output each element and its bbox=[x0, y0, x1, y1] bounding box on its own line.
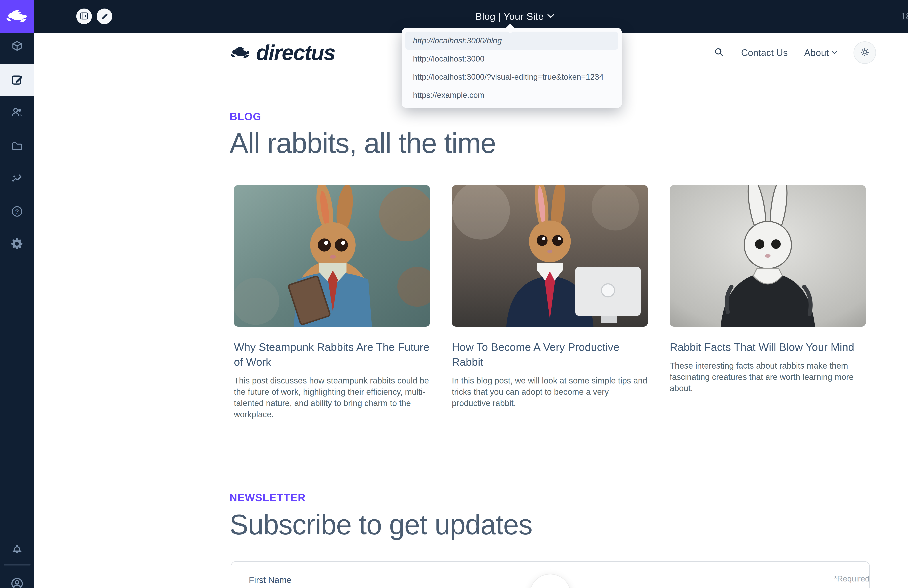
nav-link-contact-us[interactable]: Contact Us bbox=[741, 47, 788, 58]
chevron-down-icon bbox=[547, 13, 555, 19]
url-switcher-menu: http://localhost:3000/blog http://localh… bbox=[402, 28, 622, 108]
site-nav: Contact Us About bbox=[713, 42, 876, 64]
post-title: Why Steampunk Rabbits Are The Future of … bbox=[234, 340, 430, 370]
folder-icon bbox=[11, 140, 23, 153]
theme-toggle-button[interactable] bbox=[853, 42, 876, 64]
module-sidebar: ? bbox=[0, 0, 34, 588]
nav-link-label: About bbox=[804, 47, 829, 58]
edit-icon bbox=[11, 73, 23, 86]
app-root: ? bbox=[0, 0, 908, 588]
site-logo[interactable]: directus bbox=[230, 40, 335, 65]
sidebar-item-visual-editor[interactable] bbox=[0, 64, 34, 96]
sidebar-item-account[interactable] bbox=[0, 568, 34, 588]
newsletter-eyebrow: NEWSLETTER bbox=[230, 492, 306, 504]
editor-topbar: Blog | Your Site 1860 × 1020 100% bbox=[34, 0, 908, 33]
sidebar-divider bbox=[4, 564, 31, 566]
insights-icon bbox=[11, 172, 23, 185]
blog-post-card[interactable]: Rabbit Facts That Will Blow Your Mind Th… bbox=[670, 185, 866, 420]
post-description: This post discusses how steampunk rabbit… bbox=[234, 375, 430, 420]
mountains-icon bbox=[539, 584, 561, 588]
post-description: These interesting facts about rabbits ma… bbox=[670, 360, 866, 394]
bell-icon bbox=[11, 543, 23, 556]
sun-icon bbox=[860, 47, 870, 58]
sidebar-item-content[interactable] bbox=[0, 30, 34, 62]
url-menu-item[interactable]: http://localhost:3000/?visual-editing=tr… bbox=[405, 68, 618, 86]
users-icon bbox=[11, 106, 23, 119]
first-name-field-label: First Name bbox=[249, 575, 291, 585]
collapse-sidebar-button[interactable] bbox=[76, 8, 92, 24]
url-menu-item[interactable]: http://localhost:3000 bbox=[405, 50, 618, 68]
sidebar-item-notifications[interactable] bbox=[0, 534, 34, 566]
sidebar-item-insights[interactable] bbox=[0, 163, 34, 195]
edit-mode-button[interactable] bbox=[97, 8, 112, 24]
post-image-vintage-rabbit bbox=[670, 185, 866, 327]
sidebar-item-files[interactable] bbox=[0, 130, 34, 162]
site-logo-wordmark: directus bbox=[256, 40, 335, 65]
site-preview-frame: directus Contact Us About bbox=[34, 33, 908, 588]
url-menu-item[interactable]: http://localhost:3000/blog bbox=[405, 32, 618, 50]
url-menu-item[interactable]: https://example.com bbox=[405, 86, 618, 104]
cube-icon bbox=[11, 40, 23, 53]
viewport-dimensions-label: 1860 × 1020 bbox=[901, 11, 908, 22]
account-icon bbox=[10, 577, 24, 588]
collapse-sidebar-icon bbox=[79, 11, 89, 21]
directus-app-logo[interactable] bbox=[0, 0, 34, 33]
blog-post-card[interactable]: How To Become A Very Productive Rabbit I… bbox=[452, 185, 648, 420]
required-note: *Required bbox=[793, 574, 869, 583]
blog-page-title: All rabbits, all the time bbox=[230, 127, 496, 159]
pencil-icon bbox=[100, 11, 109, 21]
newsletter-title: Subscribe to get updates bbox=[230, 509, 532, 541]
post-title: Rabbit Facts That Will Blow Your Mind bbox=[670, 340, 866, 355]
sidebar-item-help[interactable]: ? bbox=[0, 196, 34, 227]
gear-icon bbox=[11, 238, 23, 251]
nav-link-label: Contact Us bbox=[741, 47, 788, 58]
post-image-steampunk-rabbit bbox=[234, 185, 430, 327]
nav-link-about[interactable]: About bbox=[804, 47, 837, 58]
blog-post-card[interactable]: Why Steampunk Rabbits Are The Future of … bbox=[234, 185, 430, 420]
directus-rabbit-icon bbox=[5, 8, 29, 24]
search-icon[interactable] bbox=[713, 47, 725, 59]
blog-eyebrow: BLOG bbox=[230, 110, 261, 122]
sidebar-item-settings[interactable] bbox=[0, 228, 34, 260]
topbar-right-controls: 1860 × 1020 100% bbox=[901, 0, 908, 33]
directus-rabbit-icon bbox=[230, 45, 251, 60]
svg-text:?: ? bbox=[15, 208, 19, 215]
post-image-business-rabbit bbox=[452, 185, 648, 327]
sidebar-item-users[interactable] bbox=[0, 96, 34, 129]
topbar-left-actions bbox=[76, 8, 112, 24]
chevron-down-icon bbox=[832, 51, 837, 55]
page-switcher-label: Blog | Your Site bbox=[475, 11, 544, 22]
post-description: In this blog post, we will look at some … bbox=[452, 375, 648, 409]
help-icon: ? bbox=[11, 205, 23, 218]
page-switcher[interactable]: Blog | Your Site bbox=[475, 0, 555, 33]
post-title: How To Become A Very Productive Rabbit bbox=[452, 340, 648, 370]
blog-post-grid: Why Steampunk Rabbits Are The Future of … bbox=[234, 185, 868, 420]
